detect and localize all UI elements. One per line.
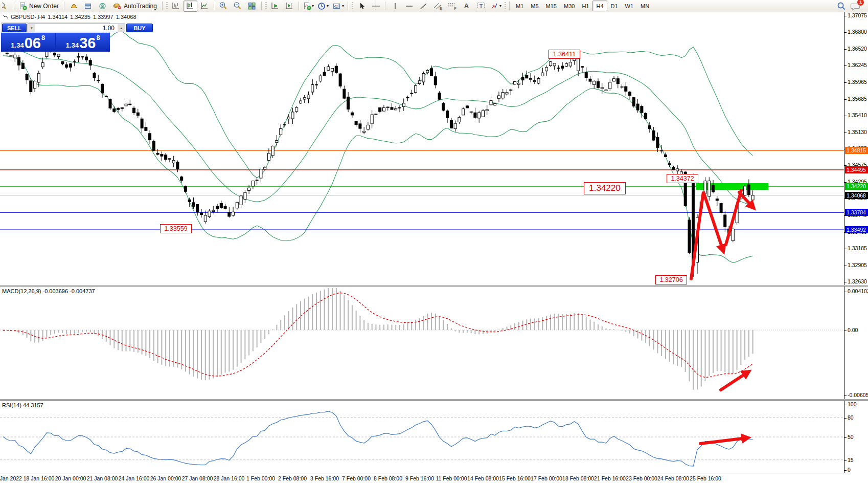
- zoom-out-button[interactable]: [231, 1, 245, 12]
- trendline-button[interactable]: [417, 1, 430, 12]
- timeframe-button-H4[interactable]: H4: [592, 1, 607, 11]
- rsi-axis-tick: 15: [844, 457, 868, 463]
- rsi-label: RSI(14) 44.3157: [2, 402, 43, 408]
- symbol-period-label: GBPUSD-,H4: [11, 14, 45, 20]
- search-button[interactable]: [834, 1, 848, 12]
- price-axis-tick: 1.35685: [844, 96, 868, 102]
- price-axis-tick: 1.36800: [844, 29, 868, 35]
- signal-icon[interactable]: [96, 1, 109, 12]
- fibonacci-button[interactable]: F: [445, 1, 459, 12]
- autotrading-label: AutoTrading: [124, 3, 157, 10]
- timeframe-button-M30[interactable]: M30: [560, 1, 578, 11]
- timeframe-button-M15[interactable]: M15: [542, 1, 560, 11]
- letter-A-icon: A: [464, 2, 469, 10]
- chevron-down-icon: ▾: [342, 4, 344, 8]
- price-axis-tick: 1.36520: [844, 46, 868, 52]
- timeframe-button-W1[interactable]: W1: [622, 1, 637, 11]
- text-label-button[interactable]: T: [474, 1, 488, 12]
- candles: [2, 39, 755, 277]
- volume-input[interactable]: [35, 24, 118, 32]
- macd-panel[interactable]: [0, 287, 844, 399]
- buy-price-prefix: 1.34: [66, 41, 79, 49]
- vertical-line-button[interactable]: [388, 1, 402, 12]
- price-level-badge: 1.34068: [845, 192, 868, 199]
- volume-increase-button[interactable]: ▴: [118, 24, 125, 32]
- chart-ohlc-header: GBPUSD-,H4 1.34114 1.34235 1.33997 1.340…: [3, 14, 136, 20]
- open-value: 1.34114: [48, 14, 67, 20]
- bar-chart-mode-button[interactable]: [169, 1, 183, 12]
- price-axis-tick: 1.35965: [844, 79, 868, 85]
- main-toolbar: New Order AutoTrading ▾ ▾ ▾ E F A: [0, 0, 868, 12]
- timeframe-button-D1[interactable]: D1: [607, 1, 622, 11]
- triangle-down-icon: ▾: [31, 26, 33, 30]
- trend-arrow[interactable]: [721, 372, 747, 390]
- price-axis-tick: 1.32630: [844, 278, 868, 284]
- macd-axis-tick: 0.004103: [844, 288, 868, 294]
- sell-price-pip: 8: [41, 34, 45, 41]
- high-value: 1.34235: [70, 14, 90, 20]
- triangle-up-icon: ▴: [120, 26, 122, 30]
- price-axis-tick: 1.36245: [844, 62, 868, 68]
- chevron-down-icon: ▾: [499, 4, 501, 8]
- timeframe-button-M1[interactable]: M1: [512, 1, 527, 11]
- new-order-button[interactable]: New Order: [16, 1, 62, 12]
- autotrading-button[interactable]: AutoTrading: [110, 1, 160, 12]
- rsi-axis[interactable]: 1008050150: [844, 401, 868, 473]
- macd-axis-tick: -0.006056: [844, 392, 868, 398]
- trend-arrow[interactable]: [691, 192, 723, 279]
- time-axis[interactable]: 17 Jan 202218 Jan 16:0020 Jan 00:0021 Ja…: [0, 473, 844, 483]
- crosshair-button[interactable]: [369, 1, 383, 12]
- highlight-zone[interactable]: [696, 183, 768, 190]
- horizontal-line-button[interactable]: [402, 1, 416, 12]
- letter-T: T: [479, 4, 483, 9]
- volume-decrease-button[interactable]: ▾: [28, 24, 35, 32]
- add-indicator-button[interactable]: ▾: [302, 1, 315, 12]
- tile-windows-button[interactable]: [245, 1, 259, 12]
- new-order-icon: [19, 2, 27, 10]
- chevron-down-icon: ▾: [312, 4, 314, 8]
- new-order-label: New Order: [29, 3, 59, 10]
- price-axis[interactable]: 1.370751.368001.365201.362451.359651.356…: [844, 12, 868, 285]
- close-value: 1.34068: [116, 14, 136, 20]
- price-level-badge: 1.34495: [845, 166, 868, 173]
- text-button[interactable]: A: [460, 1, 473, 12]
- bollinger-bands: [3, 31, 753, 262]
- data-window-icon[interactable]: [81, 1, 95, 12]
- macd-axis[interactable]: 0.0041030.00-0.006056: [844, 287, 868, 399]
- letter-E: E: [440, 7, 442, 10]
- sell-price-display[interactable]: 1.34068: [1, 33, 55, 52]
- templates-button[interactable]: ▾: [331, 1, 346, 12]
- trend-arrow[interactable]: [700, 438, 746, 444]
- sell-price-main: 06: [25, 36, 41, 51]
- price-chart[interactable]: [0, 12, 844, 285]
- candlestick-mode-button[interactable]: [184, 1, 197, 12]
- macd-label: MACD(12,26,9) -0.003696 -0.004737: [2, 288, 95, 294]
- cursor-button[interactable]: [355, 1, 369, 12]
- low-value: 1.33997: [93, 14, 113, 20]
- buy-price-pip: 8: [96, 34, 100, 41]
- macd-signal-line: [3, 293, 753, 377]
- zoom-in-button[interactable]: [217, 1, 231, 12]
- chart-shift-button[interactable]: [283, 1, 296, 12]
- equidistant-channel-button[interactable]: E: [431, 1, 445, 12]
- rsi-panel[interactable]: [0, 401, 844, 473]
- notifications-button[interactable]: 1: [849, 1, 862, 12]
- gold-ingot-icon[interactable]: [67, 1, 81, 12]
- mt4-window: New Order AutoTrading ▾ ▾ ▾ E F A: [0, 0, 868, 483]
- arrows-button[interactable]: ▾: [488, 1, 503, 12]
- sell-button[interactable]: SELL: [2, 24, 27, 32]
- timeframe-button-H1[interactable]: H1: [578, 1, 592, 11]
- buy-price-display[interactable]: 1.34368: [56, 33, 110, 52]
- buy-price-main: 36: [79, 36, 96, 51]
- price-axis-tick: 1.37075: [844, 12, 868, 18]
- macd-histogram: [3, 288, 753, 390]
- timeframe-button-MN[interactable]: MN: [637, 1, 653, 11]
- autotrading-icon: [113, 2, 122, 10]
- periods-button[interactable]: ▾: [316, 1, 330, 12]
- magnifier-partial-icon[interactable]: [2, 1, 11, 12]
- buy-button[interactable]: BUY: [126, 24, 153, 32]
- timeframe-button-M5[interactable]: M5: [527, 1, 542, 11]
- autoscroll-button[interactable]: [268, 1, 282, 12]
- timeframe-toolbar: M1M5M15M30H1H4D1W1MN: [512, 1, 653, 11]
- line-chart-mode-button[interactable]: [198, 1, 212, 12]
